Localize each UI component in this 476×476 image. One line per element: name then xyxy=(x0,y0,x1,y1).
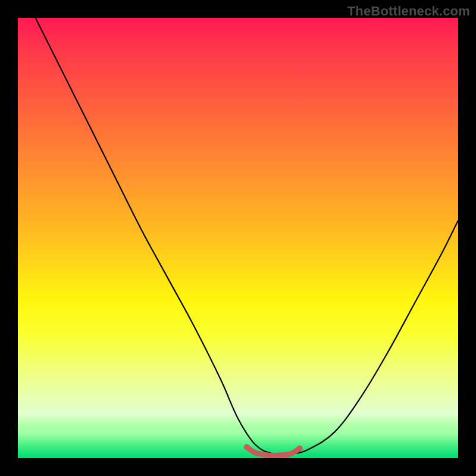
chart-plot-area xyxy=(18,18,458,458)
optimal-range-marker-path xyxy=(247,447,300,456)
watermark-text: TheBottleneck.com xyxy=(347,4,470,19)
marker-end-right xyxy=(297,446,303,452)
bottleneck-curve-path xyxy=(36,18,458,455)
chart-svg xyxy=(18,18,458,458)
marker-end-left xyxy=(244,444,250,450)
